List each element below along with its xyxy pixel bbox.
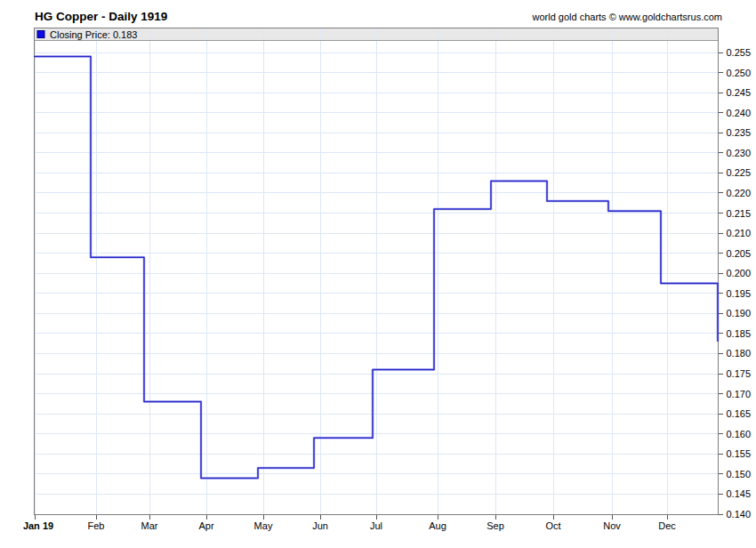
y-tick-label: 0.225: [727, 167, 752, 178]
x-tick-label: Oct: [545, 520, 560, 531]
chart-page: { "header": { "title": "HG Copper - Dail…: [0, 0, 756, 548]
vertical-gridlines: [35, 28, 667, 515]
x-tick-label: Sep: [487, 520, 504, 531]
legend-label: Closing Price: 0.183: [50, 29, 137, 40]
x-axis-labels: Jan 19FebMarAprMayJunJulAugSepOctNovDec: [23, 520, 676, 531]
y-tick-label: 0.150: [727, 469, 752, 480]
x-tick-label: Jul: [370, 520, 382, 531]
y-tick-label: 0.205: [727, 248, 752, 259]
y-tick-label: 0.240: [727, 108, 752, 118]
x-tick-label: Jun: [312, 520, 328, 531]
y-tick-label: 0.190: [727, 308, 752, 318]
y-tick-label: 0.235: [727, 127, 752, 138]
x-tick-label: Jan 19: [23, 520, 53, 531]
y-tick-label: 0.155: [727, 448, 752, 459]
y-axis-labels: 0.2550.2500.2450.2400.2350.2300.2250.220…: [727, 47, 752, 520]
y-tick-label: 0.215: [727, 208, 752, 219]
y-tick-label: 0.245: [727, 87, 752, 98]
y-tick-label: 0.250: [727, 68, 752, 78]
y-tick-label: 0.195: [727, 288, 752, 299]
legend-marker-icon: [37, 31, 44, 38]
x-tick-label: Feb: [88, 520, 105, 531]
y-tick-label: 0.160: [727, 429, 752, 439]
y-tick-label: 0.220: [727, 188, 752, 198]
y-tick-label: 0.175: [727, 368, 752, 379]
x-tick-label: Nov: [603, 520, 621, 531]
x-axis-ticks: [35, 515, 667, 520]
x-tick-label: Aug: [429, 520, 446, 531]
x-tick-label: May: [254, 520, 273, 531]
x-tick-label: Mar: [141, 520, 158, 531]
y-tick-label: 0.170: [727, 389, 752, 399]
y-tick-label: 0.165: [727, 408, 752, 419]
y-tick-label: 0.255: [727, 47, 752, 58]
y-tick-label: 0.140: [727, 509, 752, 520]
chart-canvas: Closing Price: 0.183 0.2550.2500.2450.24…: [0, 0, 756, 548]
y-tick-label: 0.200: [727, 268, 752, 278]
x-tick-label: Apr: [198, 520, 213, 531]
y-tick-label: 0.180: [727, 348, 752, 359]
x-tick-label: Dec: [658, 520, 676, 531]
y-tick-label: 0.230: [727, 148, 752, 158]
y-tick-label: 0.145: [727, 488, 752, 499]
y-tick-label: 0.210: [727, 228, 752, 238]
y-tick-label: 0.185: [727, 328, 752, 339]
